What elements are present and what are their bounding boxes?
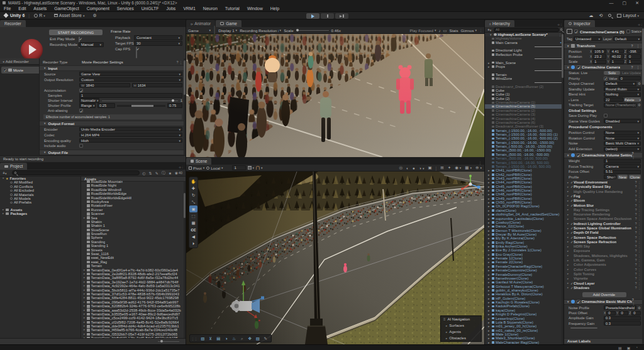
static-checkbox[interactable]	[626, 30, 630, 33]
tab-animator[interactable]: ⊳Animator	[186, 20, 215, 27]
tracking-target-field[interactable]: None (Transform)◎	[604, 103, 636, 107]
step-button[interactable]	[335, 13, 348, 19]
shutter-range-slider[interactable]	[117, 105, 165, 107]
priority-checkbox[interactable]	[604, 77, 608, 80]
encoding-quality-dropdown[interactable]: High	[79, 138, 182, 143]
hierarchy-add-button[interactable]: +▾	[486, 28, 492, 32]
audio-tool[interactable]: ◀	[189, 233, 197, 240]
progress-icon[interactable]: ◔	[635, 346, 638, 350]
game-viewport[interactable]	[186, 34, 484, 157]
metrics-icon[interactable]: ✦	[448, 165, 451, 170]
position-x[interactable]: 105.9	[592, 49, 606, 53]
lens-field[interactable]: 22	[604, 97, 623, 102]
accumulation-checkbox[interactable]	[79, 89, 83, 92]
menu-item[interactable]: UniGLTF	[138, 6, 163, 11]
focus-offset-field[interactable]: 5.51	[604, 170, 641, 174]
close-button[interactable]: ✕	[635, 1, 639, 6]
hidden-objects-icon[interactable]: ▣	[428, 165, 431, 170]
project-root-folder[interactable]: ▸Packages	[0, 212, 80, 216]
scale-y[interactable]: 1	[610, 60, 624, 64]
snap-magnet-dropdown[interactable]	[256, 166, 263, 170]
menu-item[interactable]: VRM1	[179, 6, 199, 11]
transform-header[interactable]: ▾Transform? ⋮	[564, 43, 644, 49]
rect-tool[interactable]: ▣	[189, 205, 197, 212]
volume-override-row[interactable]: ▸ ✓ Color Adjustments ? ⋮	[564, 263, 644, 267]
volume-override-row[interactable]: ▸ ✓ Indirect Lighting Controller ? ⋮	[564, 221, 644, 226]
output-channel-dropdown[interactable]: Default	[604, 82, 636, 86]
unity-version-button[interactable]: Unity 6	[0, 13, 28, 18]
ai-nav-item[interactable]: Surfaces	[441, 322, 481, 329]
object-name[interactable]: CinemachineCamera (5)	[580, 30, 625, 34]
output-format-header[interactable]: ▼Output Format	[40, 121, 186, 126]
recording-mode-dropdown[interactable]: Manual	[79, 42, 104, 47]
volume-override-row[interactable]: ▸ ✓ Recursive Rendering ? ⋮	[564, 212, 644, 216]
asset-labels-header[interactable]: Asset Labels	[564, 338, 644, 344]
volume-override-row[interactable]: ▸ ✓ Screen Space Refraction ? ⋮	[564, 239, 644, 244]
menu-item[interactable]: Jobs	[163, 6, 180, 11]
movie-enabled-checkbox[interactable]	[3, 68, 7, 72]
zoom-icon[interactable]: ⌕	[238, 335, 247, 342]
scale-slider[interactable]	[296, 30, 329, 31]
volume-override-row[interactable]: ▸ ✓ Fog ? ⋮	[564, 194, 644, 198]
volume-override-row[interactable]: ▸ ✓ Color Curves ? ⋮	[564, 267, 644, 271]
height-field[interactable]: H1634	[132, 83, 183, 87]
solo-button[interactable]: Solo	[604, 71, 620, 75]
menu-item[interactable]: Tutorial	[221, 6, 243, 11]
asset-store-button[interactable]: Asset Store▾	[50, 13, 89, 18]
tab-scene[interactable]: Scene	[186, 158, 211, 165]
inspector-panel-menu[interactable]: ⌯ ⋮	[638, 23, 644, 27]
menu-item[interactable]: GameObject	[50, 6, 82, 11]
shutter-profile-dropdown[interactable]: Range	[79, 103, 96, 107]
rotation-control-dropdown[interactable]: None	[604, 136, 641, 140]
icon-size-slider[interactable]	[158, 341, 179, 342]
pause-button[interactable]	[321, 13, 334, 19]
project-panel-menu[interactable]: ⌯ ⋮	[179, 165, 186, 170]
start-recording-button[interactable]: START RECORDING	[49, 30, 103, 35]
layout-dropdown[interactable]: Layout▾	[617, 13, 639, 18]
gizmos-dropdown[interactable]: Gizmos	[461, 28, 477, 33]
cap-fps-checkbox[interactable]	[136, 46, 137, 58]
project-scrollbar[interactable]	[184, 182, 186, 338]
inspector-hscrollbar[interactable]	[570, 327, 597, 329]
encoder-dropdown[interactable]: Unity Media Encoder	[79, 127, 182, 131]
blend-hint-dropdown[interactable]: Nothing	[604, 92, 641, 97]
chat-icon[interactable]: ▨	[254, 335, 262, 342]
rotate-tool[interactable]: ↻	[189, 192, 197, 199]
shutter-interval-slider[interactable]	[102, 101, 178, 101]
scene-search-dropdown[interactable]: ⊕	[475, 165, 482, 170]
output-resolution-dropdown[interactable]: Custom	[79, 77, 182, 82]
volume-override-row[interactable]: ▸ ✓ Motion Blur ? ⋮	[564, 203, 644, 207]
scale-tool[interactable]: ⤡	[189, 199, 197, 205]
volume-override-row[interactable]: ▸ ✓ Shadows ? ⋮	[564, 285, 644, 290]
ai-nav-item[interactable]: Obstacles	[441, 335, 481, 341]
volume-settings-header[interactable]: ▾Cinemachine Volume Settings? ⋮	[564, 152, 644, 158]
cloud-render-icon[interactable]: ♨	[230, 335, 238, 342]
noise-dropdown[interactable]: Basic Multi Channel Perlin	[604, 141, 641, 146]
playback-dropdown[interactable]: Constant	[134, 35, 182, 40]
lighting-icon[interactable]: ◐	[406, 166, 409, 170]
play-focused-dropdown[interactable]: Play Focused	[409, 28, 436, 33]
move-tool[interactable]: ✚	[189, 185, 197, 192]
edit-icon[interactable]: ✎	[155, 171, 158, 175]
grid-snap-field[interactable]: 1	[232, 165, 246, 170]
frequency-field[interactable]: 0.3	[604, 321, 641, 325]
lens-preset-dropdown[interactable]: Palette	[625, 97, 641, 102]
rotation-y[interactable]: 40.02	[610, 54, 624, 58]
package-icon[interactable]: ▣	[627, 346, 631, 350]
cinemachine-cc-tool[interactable]: CC	[189, 226, 197, 233]
noise-component-header[interactable]: ▾Cinemachine Basic Multi Chan? ⋮	[564, 299, 644, 305]
volume-override-row[interactable]: ▸ ✓ Visual Environment ? ⋮	[564, 180, 644, 184]
volume-override-row[interactable]: ▸ ✓ Screen Space Global Illumination ? ⋮	[564, 226, 644, 230]
effects-dropdown[interactable]: ◑	[419, 166, 424, 170]
volume-override-row[interactable]: ▸ ✓ Vignette ? ⋮	[564, 276, 644, 281]
ai-nav-item[interactable]: Agents	[441, 329, 481, 335]
menu-item[interactable]: Help	[267, 6, 283, 11]
game-view-guides-dropdown[interactable]: Disabled	[604, 119, 641, 123]
add-extension-dropdown[interactable]: (select)	[604, 147, 641, 151]
tab-inspector[interactable]: iInspector	[564, 20, 595, 27]
pen-icon[interactable]: ✎	[262, 335, 270, 342]
console-icon[interactable]: ▤	[618, 346, 622, 350]
project-search-input[interactable]	[12, 170, 140, 175]
cinemachine-camera-header[interactable]: ▾Cinemachine Camera? ⋮	[564, 64, 644, 70]
pivot-dropdown[interactable]: Pivot	[189, 166, 204, 170]
